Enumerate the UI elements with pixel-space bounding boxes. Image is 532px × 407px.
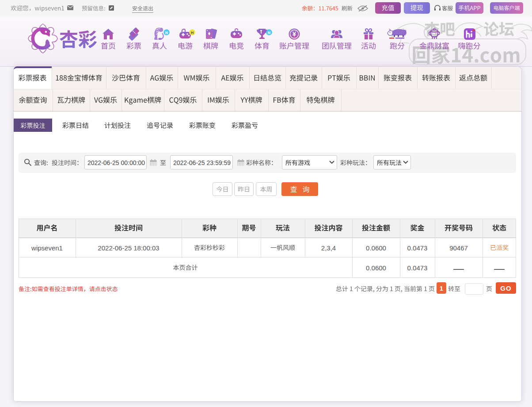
svg-text:N: N — [268, 31, 271, 35]
svg-text:H: H — [191, 31, 194, 35]
svg-text:N: N — [165, 31, 168, 35]
